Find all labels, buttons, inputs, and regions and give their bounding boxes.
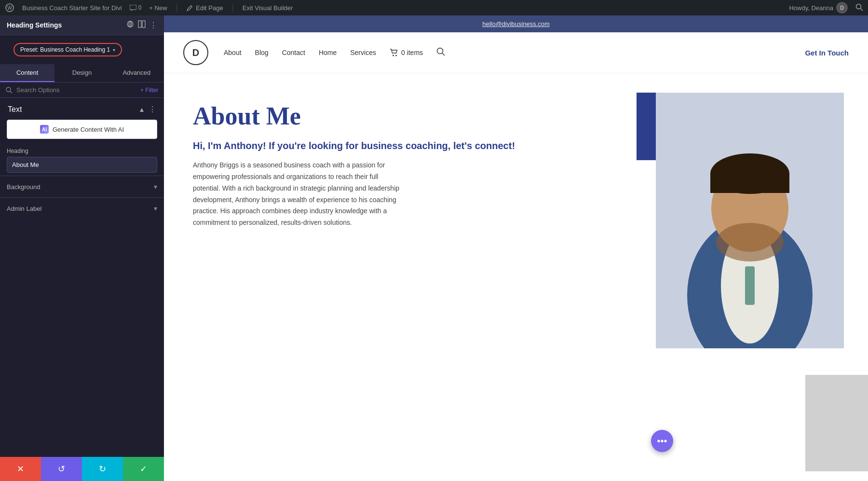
main-layout: Heading Settings ⋮ Preset: Business Coac… — [0, 15, 868, 481]
gray-accent-block — [805, 375, 868, 471]
comment-count[interactable]: 0 — [130, 4, 142, 11]
background-chevron-icon: ▾ — [154, 183, 157, 191]
svg-point-14 — [395, 55, 397, 56]
about-subheading: Hi, I'm Anthony! If you're looking for b… — [193, 139, 627, 152]
svg-text:W: W — [7, 5, 12, 11]
nav-cta-button[interactable]: Get In Touch — [805, 49, 849, 57]
cancel-button[interactable]: ✕ — [0, 457, 41, 481]
save-button[interactable]: ✓ — [123, 457, 164, 481]
about-text-area: About Me Hi, I'm Anthony! If you're look… — [193, 93, 627, 462]
ai-button-label: Generate Content With AI — [53, 126, 124, 133]
admin-label-label: Admin Label — [7, 205, 41, 212]
svg-point-15 — [437, 48, 443, 54]
avatar: D — [836, 2, 848, 14]
howdy-label: Howdy, Deanna D — [789, 2, 848, 14]
panel-tabs: Content Design Advanced — [0, 64, 164, 82]
edit-page-button[interactable]: Edit Page — [187, 4, 223, 12]
admin-label-accordion-header[interactable]: Admin Label ▾ — [7, 198, 157, 219]
svg-point-4 — [856, 4, 861, 9]
heading-field-row: Heading — [0, 145, 164, 176]
heading-field-label: Heading — [7, 148, 157, 154]
background-label: Background — [7, 183, 40, 191]
wp-admin-bar: W Business Coach Starter Site for Divi 0… — [0, 0, 868, 15]
about-body: Anthony Briggs is a seasoned business co… — [193, 160, 405, 229]
search-input[interactable] — [16, 86, 136, 94]
panel-columns-icon[interactable] — [138, 20, 146, 30]
panel-portability-icon[interactable] — [126, 20, 134, 30]
preset-chevron-icon: ▾ — [113, 47, 115, 53]
admin-label-section: Admin Label ▾ — [0, 197, 164, 219]
person-photo — [656, 93, 844, 348]
undo-button[interactable]: ↺ — [41, 457, 82, 481]
svg-rect-10 — [142, 21, 145, 27]
about-image-area — [646, 93, 849, 462]
nav-link-contact[interactable]: Contact — [282, 49, 305, 56]
site-logo: D — [183, 40, 208, 65]
nav-link-blog[interactable]: Blog — [255, 49, 269, 56]
svg-rect-9 — [138, 21, 141, 27]
svg-line-12 — [10, 91, 12, 93]
tab-advanced[interactable]: Advanced — [109, 64, 164, 82]
bottom-toolbar: ✕ ↺ ↻ ✓ — [0, 457, 164, 481]
exit-visual-builder-button[interactable]: Exit Visual Builder — [243, 4, 293, 12]
admin-search-icon[interactable] — [855, 3, 863, 13]
right-content: hello@divibusiness.com D About Blog Cont… — [164, 15, 868, 481]
topbar-email[interactable]: hello@divibusiness.com — [482, 20, 550, 27]
background-accordion-header[interactable]: Background ▾ — [7, 176, 157, 197]
panel-header: Heading Settings ⋮ — [0, 15, 164, 35]
cart-widget[interactable]: 0 items — [390, 49, 423, 56]
ai-generate-button[interactable]: AI Generate Content With AI — [7, 120, 157, 139]
text-section-label: Text — [8, 105, 22, 114]
svg-point-24 — [716, 223, 784, 261]
svg-point-13 — [393, 55, 394, 56]
tab-design[interactable]: Design — [54, 64, 109, 82]
heading-input[interactable] — [7, 157, 157, 173]
person-svg — [656, 93, 844, 348]
svg-line-16 — [442, 53, 445, 55]
panel-title: Heading Settings — [7, 21, 62, 29]
left-panel: Heading Settings ⋮ Preset: Business Coac… — [0, 15, 164, 481]
site-search-icon[interactable] — [436, 47, 445, 58]
floating-dots-button[interactable]: ••• — [651, 430, 673, 452]
preset-badge[interactable]: Preset: Business Coach Heading 1 ▾ — [14, 43, 122, 56]
admin-label-chevron-icon: ▾ — [154, 205, 157, 212]
about-section: About Me Hi, I'm Anthony! If you're look… — [164, 73, 868, 481]
new-button[interactable]: + New — [149, 4, 167, 12]
svg-point-11 — [6, 87, 11, 92]
svg-line-5 — [861, 8, 863, 11]
text-collapse-icon[interactable]: ▴ — [140, 105, 144, 114]
site-topbar: hello@divibusiness.com — [164, 15, 868, 32]
ai-icon: AI — [40, 125, 49, 134]
wp-logo-icon: W — [5, 3, 14, 13]
site-name[interactable]: Business Coach Starter Site for Divi — [22, 4, 122, 12]
tab-content[interactable]: Content — [0, 64, 54, 82]
nav-link-home[interactable]: Home — [319, 49, 337, 56]
panel-more-icon[interactable]: ⋮ — [149, 21, 157, 30]
redo-button[interactable]: ↻ — [82, 457, 123, 481]
background-section: Background ▾ — [0, 176, 164, 197]
site-nav-links: About Blog Contact Home Services 0 items — [224, 47, 789, 58]
text-more-icon[interactable]: ⋮ — [149, 105, 156, 114]
site-nav: D About Blog Contact Home Services 0 ite… — [164, 32, 868, 73]
search-icon — [6, 87, 13, 94]
search-bar: + Filter — [0, 82, 164, 98]
svg-rect-20 — [745, 266, 755, 305]
text-section-icons: ▴ ⋮ — [140, 105, 156, 114]
svg-rect-23 — [710, 174, 789, 193]
svg-rect-2 — [130, 5, 136, 10]
nav-link-about[interactable]: About — [224, 49, 242, 56]
text-section-header: Text ▴ ⋮ — [0, 98, 164, 118]
filter-button[interactable]: + Filter — [140, 87, 158, 94]
nav-link-services[interactable]: Services — [350, 49, 376, 56]
cart-count: 0 items — [401, 49, 423, 56]
preset-label: Preset: Business Coach Heading 1 — [20, 46, 110, 53]
about-heading: About Me — [193, 102, 627, 130]
panel-header-icons: ⋮ — [126, 20, 157, 30]
